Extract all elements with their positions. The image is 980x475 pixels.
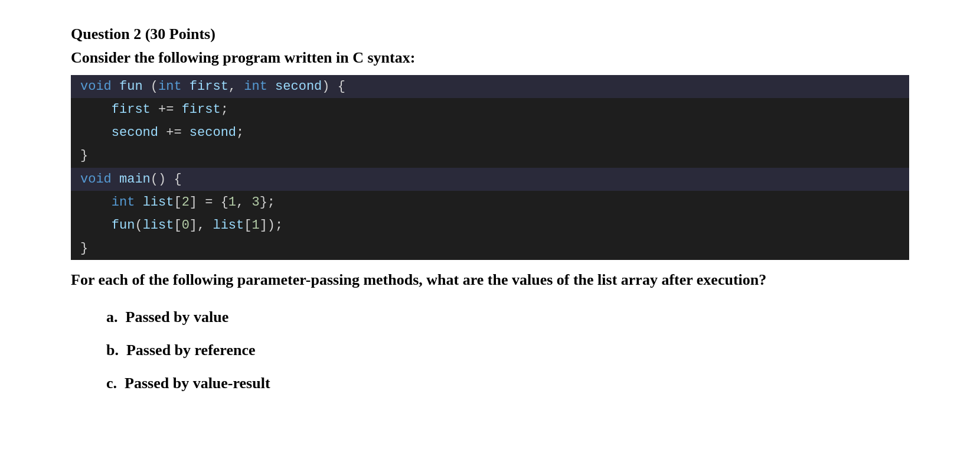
id-fun: fun [119, 79, 143, 94]
kw-int-1: int [158, 79, 182, 94]
id-list-0: list [143, 218, 174, 233]
kw-void-2: void [80, 172, 112, 187]
code-line-4: } [71, 144, 909, 167]
question-container: Question 2 (30 Points) Consider the foll… [71, 24, 909, 399]
answer-text-b: Passed by reference [126, 341, 256, 359]
num-1: 1 [228, 195, 236, 210]
code-line-7: fun(list[0], list[1]); [71, 214, 909, 237]
answer-label-c: c. [106, 375, 117, 392]
id-list-1: list [213, 218, 244, 233]
code-line-8: } [71, 237, 909, 260]
id-fun-call: fun [112, 218, 135, 233]
id-second-param: second [275, 79, 322, 94]
answer-label-b: b. [106, 341, 119, 359]
id-second-1: second [112, 125, 158, 140]
code-line-5: void main() { [71, 168, 909, 191]
kw-void-1: void [80, 79, 112, 94]
answer-label-a: a. [106, 308, 118, 326]
id-list: list [143, 195, 174, 210]
num-1b: 1 [251, 218, 259, 233]
code-block: void fun (int first, int second) { first… [71, 75, 909, 261]
kw-int-3: int [112, 195, 135, 210]
answer-text-c: Passed by value-result [125, 375, 270, 392]
id-first-2: first [182, 102, 221, 117]
answer-item-b: b. Passed by reference [106, 335, 909, 366]
question-body: For each of the following parameter-pass… [71, 268, 909, 291]
code-line-6: int list[2] = {1, 3}; [71, 191, 909, 214]
id-main: main [119, 172, 151, 187]
answer-item-c: c. Passed by value-result [106, 368, 909, 399]
answer-item-a: a. Passed by value [106, 302, 909, 333]
kw-int-2: int [244, 79, 267, 94]
id-first-1: first [112, 102, 151, 117]
id-second-2: second [190, 125, 236, 140]
answer-list: a. Passed by value b. Passed by referenc… [71, 302, 909, 399]
question-subtitle: Consider the following program written i… [71, 47, 909, 69]
num-3: 3 [251, 195, 259, 210]
question-title: Question 2 (30 Points) [71, 24, 909, 45]
code-line-2: first += first; [71, 98, 909, 121]
id-first-param: first [190, 79, 228, 94]
code-line-1: void fun (int first, int second) { [71, 75, 909, 98]
num-0: 0 [182, 218, 190, 233]
answer-text-a: Passed by value [126, 308, 229, 326]
num-2: 2 [182, 195, 190, 210]
code-line-3: second += second; [71, 121, 909, 144]
